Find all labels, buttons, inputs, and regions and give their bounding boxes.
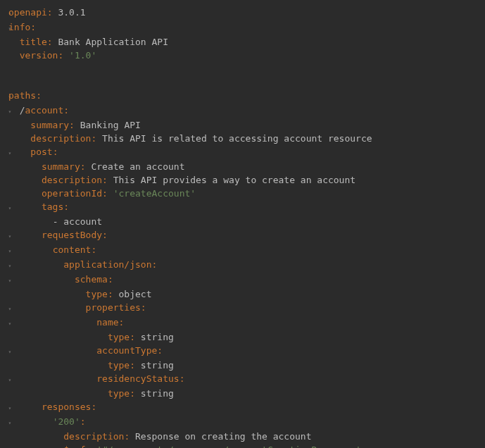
yaml-colon: : (119, 317, 125, 328)
code-line[interactable]: type: string (7, 387, 485, 400)
code-line[interactable]: /account: (7, 104, 485, 118)
code-line[interactable]: openapi: 3.0.1 (7, 6, 485, 20)
yaml-colon: : (102, 188, 113, 199)
yaml-value: string (141, 388, 174, 399)
code-line[interactable]: content: (7, 243, 485, 258)
code-line[interactable]: summary: Create an account (7, 160, 485, 173)
code-line[interactable]: summary: Banking API (7, 118, 485, 132)
yaml-colon: : (179, 373, 185, 384)
indent (8, 316, 96, 329)
yaml-key: operationId (42, 188, 102, 199)
yaml-value: Banking API (80, 120, 141, 130)
yaml-value: string (141, 332, 174, 342)
indent (8, 330, 108, 344)
code-line[interactable]: properties: (7, 301, 485, 316)
yaml-key: content (53, 244, 92, 255)
code-editor[interactable]: openapi: 3.0.1info: title: Bank Applicat… (7, 6, 485, 448)
yaml-key: type (108, 332, 130, 342)
indent (8, 400, 42, 413)
yaml-colon: : (152, 259, 158, 270)
indent (8, 145, 30, 158)
indent (8, 160, 42, 173)
yaml-colon: : (80, 416, 86, 427)
code-line[interactable]: tags: (7, 200, 485, 215)
code-line[interactable]: accountType: (7, 344, 485, 359)
yaml-string: '#/components/responses/accountCreationR… (96, 444, 361, 448)
yaml-colon: : (91, 402, 96, 412)
yaml-value: string (141, 360, 174, 371)
yaml-key: post (30, 147, 52, 157)
yaml-colon: : (36, 90, 42, 101)
code-line[interactable]: title: Bank Application API (7, 35, 485, 49)
yaml-key: accountType (96, 345, 157, 356)
code-line[interactable]: requestBody: (7, 228, 485, 243)
code-line[interactable]: description: This API provides a way to … (7, 173, 485, 187)
code-line[interactable]: type: string (7, 330, 485, 344)
yaml-key: requestBody (42, 230, 102, 240)
code-line[interactable]: residencyStatus: (7, 372, 485, 387)
yaml-key: info (8, 22, 30, 32)
code-line[interactable]: description: Response on creating the ac… (7, 430, 485, 443)
yaml-key: description (30, 133, 91, 144)
yaml-colon: : (80, 161, 92, 172)
indent (8, 173, 42, 187)
yaml-value: Response on creating the account (135, 431, 311, 442)
yaml-value: Bank Application API (58, 37, 168, 47)
yaml-colon: : (108, 289, 119, 299)
indent (8, 35, 20, 49)
yaml-key: type (108, 388, 130, 399)
code-line[interactable]: operationId: 'createAccount' (7, 187, 485, 200)
indent (8, 273, 75, 286)
yaml-key: summary (42, 161, 80, 172)
indent (8, 344, 96, 357)
indent (8, 228, 42, 242)
code-line[interactable]: description: This API is related to acce… (7, 132, 485, 145)
yaml-colon: : (47, 37, 58, 47)
code-line[interactable]: info: (7, 20, 485, 35)
yaml-colon: : (124, 431, 135, 442)
yaml-string: 'createAccount' (113, 188, 196, 199)
indent (8, 104, 20, 117)
yaml-string: '200' (53, 416, 80, 427)
code-line[interactable]: paths: (7, 89, 485, 104)
code-line[interactable]: - account (7, 215, 485, 228)
yaml-colon: : (47, 7, 58, 18)
yaml-value: 3.0.1 (58, 7, 85, 18)
code-line[interactable]: type: string (7, 359, 485, 372)
code-line[interactable]: '200': (7, 415, 485, 430)
indent (8, 187, 42, 200)
code-line[interactable]: responses: (7, 400, 485, 415)
code-line[interactable]: $ref: '#/components/responses/accountCre… (7, 443, 485, 448)
indent (8, 118, 30, 132)
yaml-key: schema (75, 274, 108, 285)
code-line[interactable]: application/json: (7, 258, 485, 273)
indent (8, 200, 42, 213)
code-line[interactable]: type: object (7, 287, 485, 301)
indent (8, 301, 86, 314)
indent (8, 430, 63, 443)
yaml-colon: : (130, 388, 141, 399)
yaml-key: paths (8, 90, 36, 101)
yaml-key: properties (86, 302, 141, 313)
code-line[interactable]: name: (7, 316, 485, 330)
yaml-value: object (119, 289, 152, 299)
yaml-key: type (108, 360, 130, 371)
code-line[interactable] (7, 62, 485, 75)
code-line[interactable]: version: '1.0' (7, 49, 485, 62)
yaml-colon: : (63, 201, 69, 212)
yaml-colon: : (86, 444, 97, 448)
indent (8, 215, 53, 228)
yaml-colon: : (130, 360, 141, 371)
yaml-key: type (86, 289, 108, 299)
indent (8, 287, 86, 301)
yaml-colon: : (58, 50, 69, 61)
yaml-key: summary (30, 120, 69, 130)
yaml-value: Create an account (91, 161, 184, 172)
indent (8, 372, 96, 385)
code-line[interactable] (7, 75, 485, 89)
indent (8, 415, 53, 428)
code-line[interactable]: post: (7, 145, 485, 160)
yaml-key: description (42, 175, 102, 185)
code-line[interactable]: schema: (7, 273, 485, 287)
yaml-value: This API is related to accessing account… (102, 133, 372, 144)
